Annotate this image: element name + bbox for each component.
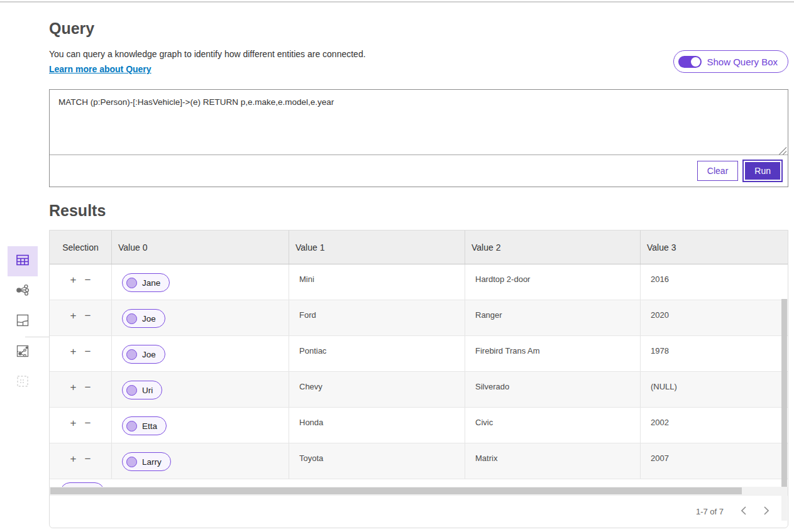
value2-cell: Civic [465, 408, 641, 443]
add-to-selection-button[interactable]: + [70, 418, 77, 428]
previous-page-button[interactable] [739, 505, 749, 518]
entity-chip[interactable]: Uri [122, 381, 162, 399]
value3-cell: (NULL) [641, 372, 788, 407]
link-chart-icon [15, 283, 30, 300]
table-footer: 1-7 of 7 [50, 495, 788, 528]
value0-cell: Jane [112, 264, 289, 300]
sidebar-item-table-view[interactable] [8, 246, 38, 276]
remove-from-selection-button[interactable]: − [85, 274, 91, 285]
rows-container: + − Jane Mini Hardtop 2-door 2016 + − Jo… [50, 264, 788, 479]
run-button[interactable]: Run [744, 161, 781, 181]
model-value: Silverado [475, 381, 509, 391]
table-body: + − Jane Mini Hardtop 2-door 2016 + − Jo… [50, 264, 788, 487]
value0-cell: Larry [112, 443, 289, 479]
remove-from-selection-button[interactable]: − [85, 310, 91, 321]
year-value: 2002 [651, 416, 669, 427]
add-to-selection-button[interactable]: + [70, 274, 77, 285]
value0-cell: Etta [112, 408, 289, 443]
entity-chip[interactable]: Jane [122, 273, 170, 292]
query-box: MATCH (p:Person)-[:HasVehicle]->(e) RETU… [49, 89, 788, 187]
pagination-label: 1-7 of 7 [696, 507, 724, 516]
remove-from-selection-button[interactable]: − [85, 453, 91, 464]
add-to-selection-button[interactable]: + [70, 346, 77, 357]
remove-from-selection-button[interactable]: − [85, 418, 91, 428]
entity-chip[interactable]: Larry [122, 452, 171, 471]
make-value: Ford [299, 309, 316, 320]
entity-dot-icon [126, 385, 137, 396]
table-row: + − Jane Mini Hardtop 2-door 2016 [50, 264, 788, 300]
value3-cell: 2002 [641, 408, 788, 443]
model-value: Ranger [475, 309, 502, 320]
make-value: Toyota [299, 452, 323, 463]
value2-cell: Hardtop 2-door [465, 264, 641, 300]
entity-chip[interactable]: Joe [122, 309, 165, 328]
add-to-selection-button[interactable]: + [70, 382, 77, 393]
selection-cell: + − [50, 264, 112, 300]
entity-dot-icon [126, 313, 137, 324]
remove-from-selection-button[interactable]: − [85, 346, 91, 357]
value1-cell: Toyota [289, 443, 465, 479]
entity-chip[interactable]: Joe [122, 345, 165, 364]
view-switcher-sidebar [8, 246, 40, 398]
horizontal-scrollbar-thumb[interactable] [50, 487, 742, 494]
year-value: 2007 [651, 452, 669, 463]
model-value: Matrix [475, 452, 497, 463]
value1-cell: Mini [289, 264, 465, 300]
map-link-chart-icon [15, 344, 30, 361]
query-input[interactable]: MATCH (p:Person)-[:HasVehicle]->(e) RETU… [50, 90, 788, 155]
selection-cell: + − [50, 372, 112, 407]
remove-from-selection-button[interactable]: − [85, 382, 91, 393]
selection-cell: + − [50, 408, 112, 443]
sidebar-item-link-chart-view[interactable] [8, 276, 38, 307]
column-header-value3: Value 3 [641, 231, 788, 264]
learn-more-link[interactable]: Learn more about Query [49, 64, 152, 74]
selection-cell: + − [50, 443, 112, 479]
table-row: + − Uri Chevy Silverado (NULL) [50, 372, 788, 408]
value3-cell: 2020 [641, 300, 788, 335]
sidebar-item-disabled-view [8, 367, 38, 398]
toggle-switch-icon [678, 56, 702, 68]
year-value: 2020 [651, 309, 669, 320]
year-value: (NULL) [651, 381, 677, 391]
value2-cell: Silverado [465, 372, 641, 407]
entity-chip-label: Joe [142, 350, 156, 359]
table-row: + − Joe Pontiac Firebird Trans Am 1978 [50, 336, 788, 372]
vertical-scrollbar-thumb[interactable] [781, 299, 787, 492]
entity-chip-label: Joe [142, 314, 156, 323]
entity-dot-icon [126, 349, 137, 360]
top-divider [0, 1, 794, 3]
entity-dot-icon [126, 457, 137, 467]
dashed-square-icon [15, 374, 30, 391]
value0-cell: Joe [112, 300, 289, 335]
sidebar-item-map-link-chart-view[interactable] [8, 337, 38, 367]
partial-table-row [50, 479, 788, 487]
value2-cell: Ranger [465, 300, 641, 335]
column-header-value1: Value 1 [289, 231, 465, 264]
column-header-value0: Value 0 [112, 231, 289, 264]
sidebar-item-map-view[interactable] [8, 307, 38, 337]
make-value: Pontiac [299, 345, 326, 356]
pager-buttons [739, 505, 775, 518]
year-value: 2016 [651, 273, 669, 284]
clear-button[interactable]: Clear [697, 161, 738, 181]
make-value: Honda [299, 416, 323, 427]
value0-cell: Joe [112, 336, 289, 371]
value1-cell: Ford [289, 300, 465, 335]
value0-cell: Uri [112, 372, 289, 407]
entity-chip[interactable]: Etta [122, 416, 167, 435]
add-to-selection-button[interactable]: + [70, 453, 77, 464]
results-heading: Results [49, 202, 106, 220]
show-query-box-toggle[interactable]: Show Query Box [673, 50, 788, 73]
entity-chip-label: Uri [142, 386, 153, 395]
horizontal-scrollbar[interactable] [50, 487, 788, 495]
chevron-right-icon [764, 506, 769, 517]
next-page-button[interactable] [761, 505, 771, 518]
make-value: Chevy [299, 381, 323, 391]
toggle-label: Show Query Box [707, 57, 778, 67]
entity-chip[interactable] [60, 482, 104, 487]
table-row: + − Joe Ford Ranger 2020 [50, 300, 788, 336]
add-to-selection-button[interactable]: + [70, 310, 77, 321]
entity-chip-label: Jane [142, 278, 160, 288]
chevron-left-icon [741, 506, 746, 517]
year-value: 1978 [651, 345, 669, 356]
